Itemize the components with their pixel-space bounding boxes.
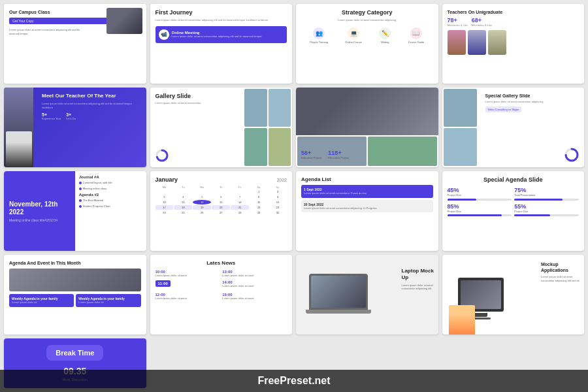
calendar-header: January 2022 xyxy=(155,176,287,183)
mockup-content: Mockup Applications Lorem ipsum dolor si… xyxy=(541,261,580,282)
gallery-grid xyxy=(243,88,292,167)
strategy-subtitle: Lorem ipsum dolor sit amet consectetur a… xyxy=(301,18,433,22)
teacher-subtitle: Lorem ipsum dolor sit amet consectetur a… xyxy=(42,102,141,110)
teacher-stat-1: 5+ Experience Year xyxy=(42,112,61,120)
avatar-2 xyxy=(468,30,486,55)
slide-teachers: Teachers On Unigraduate 78+ Mechanics & … xyxy=(442,4,585,84)
people-training-label: People Training xyxy=(310,41,328,44)
special-gallery-tag: Video Consulting on Skype xyxy=(485,106,522,112)
agenda-2-title: Agenda #2 xyxy=(79,193,142,197)
stat-1: 78+ Mechanics & Like xyxy=(448,17,468,27)
agenda-bar-3 xyxy=(448,214,512,216)
agenda-stat-4: 55% Project One xyxy=(514,203,579,217)
teacher-stat1-label: Experience Year xyxy=(42,117,61,120)
journal-item-text-2: Meeting online class xyxy=(83,187,106,191)
slide-laptop-mockup: Laptop Mock Up Lorem ipsum dolor sit ame… xyxy=(296,255,438,335)
icon-people-training: 👥 People Training xyxy=(310,27,328,44)
calendar-year: 2022 xyxy=(276,178,287,182)
icon-online-course: 💻 Online Course xyxy=(345,27,362,44)
agenda-stat-1: 45% Project One xyxy=(448,187,512,201)
icon-writing: ✏️ Writing xyxy=(379,27,391,44)
agenda-stat3-label: Project One xyxy=(448,210,512,214)
journal-date: November, 12th 2022 xyxy=(9,201,70,216)
main-photo xyxy=(296,88,438,135)
photo-stat-2: 118+ Education Project xyxy=(328,150,348,159)
agenda-items: The Best Material Student Progress Chart xyxy=(79,199,142,208)
stat2-label: Education Project xyxy=(328,156,348,159)
avatar-3 xyxy=(488,30,506,55)
news-item-1100: 11:00 Lorem ipsum dolor sit amet xyxy=(155,280,220,291)
journey-card-text: Online Meeting Lorem ipsum dolor sit ame… xyxy=(172,31,262,39)
person-at-monitor xyxy=(449,305,475,335)
news-item-1000: 10:00 Lorem ipsum dolor sit amet xyxy=(155,270,220,278)
slide-journal: November, 12th 2022 Meeting online class… xyxy=(4,171,146,251)
course-guide-label: Course Guide xyxy=(408,41,425,44)
agenda-stat4-pct: 55% xyxy=(514,203,579,210)
people-training-icon: 👥 xyxy=(313,27,325,39)
special-agenda-title: Special Agenda Slide xyxy=(448,176,580,183)
calendar-days-header: Mo Tu We Th Fr Sa Su xyxy=(155,186,287,189)
journal-date-sub: Meeting online class title#201234 xyxy=(9,218,70,222)
slide-special-agenda: Special Agenda Slide 45% Project One 75%… xyxy=(442,171,585,251)
agenda-event-title: Agenda And Event In This Month xyxy=(9,260,141,266)
laptop-subtitle: Lorem ipsum dolor sit amet consectetur a… xyxy=(402,284,434,291)
agenda-bar-2 xyxy=(514,199,579,201)
agenda-stat1-pct: 45% xyxy=(448,187,512,193)
laptop-title: Laptop Mock Up xyxy=(402,268,434,282)
journey-title: First Journey xyxy=(155,9,287,16)
news-item-1300: 13:00 Lorem ipsum dolor sit amet xyxy=(222,270,287,278)
laptop-content: Laptop Mock Up Lorem ipsum dolor sit ame… xyxy=(402,268,434,291)
news-grid: 10:00 Lorem ipsum dolor sit amet 13:00 L… xyxy=(155,270,287,301)
agenda-event-card-1: Weekly Agenda in your family Lorem ipsum… xyxy=(9,294,74,307)
calendar-month: January xyxy=(155,176,178,183)
special-gallery-img-2 xyxy=(444,128,477,166)
journal-item-2: Meeting online class xyxy=(79,187,142,191)
slide-mockup-apps: Mockup Applications Lorem ipsum dolor si… xyxy=(442,255,585,335)
slide-teacher-year: Meet Our Teacher Of The Year Lorem ipsum… xyxy=(4,88,146,167)
teacher-avatars xyxy=(448,30,580,55)
journey-card: 📹 Online Meeting Lorem ipsum dolor sit a… xyxy=(155,26,287,43)
agenda-bar-4 xyxy=(514,214,579,216)
agenda-event-cards: Weekly Agenda in your family Lorem ipsum… xyxy=(9,294,141,307)
agenda-bar-1 xyxy=(448,199,512,201)
teacher-stat-2: 3+ Let's Go xyxy=(66,112,76,120)
stat2-num: 118+ xyxy=(328,150,348,156)
slide-calendar: January 2022 Mo Tu We Th Fr Sa Su 1 2 3 … xyxy=(150,171,293,251)
slide-agenda-event: Agenda And Event In This Month Weekly Ag… xyxy=(4,255,146,335)
slide-special-gallery: Special Gallery Slide Lorem ipsum dolor … xyxy=(442,88,585,167)
laptop-body xyxy=(309,274,368,316)
agenda-item2-body: Lorem ipsum dolor sit amet consectetur a… xyxy=(304,206,431,210)
journal-dot-2 xyxy=(79,188,82,190)
agenda-stat-2: 75% Total Presentation xyxy=(514,187,579,201)
agenda-item1-body: Lorem ipsum dolor sit amet consectetur. … xyxy=(304,191,431,195)
slide-strategy: Strategy Category Lorem ipsum dolor sit … xyxy=(296,4,438,84)
progress-circle xyxy=(155,149,169,162)
agenda-item-text-2: Student Progress Chart xyxy=(83,204,110,208)
stat1-label: Mechanics & Like xyxy=(448,24,468,27)
journey-subtitle: Lorem ipsum dolor sit amet consectetur a… xyxy=(155,18,287,22)
stat-2: 68+ Mechanics & Like xyxy=(472,17,492,27)
watermark: FreePreset.net xyxy=(0,370,588,392)
stats-overlay: 56+ Education Project 118+ Education Pro… xyxy=(301,150,349,159)
special-gallery-img-1 xyxy=(444,89,477,127)
teacher-stats-row: 5+ Experience Year 3+ Let's Go xyxy=(42,112,141,120)
monitor-stand xyxy=(474,313,487,317)
mockup-title: Mockup Applications xyxy=(541,261,580,273)
gallery-img-4 xyxy=(269,128,291,166)
calendar-week-4: 17 18 19 20 21 22 23 xyxy=(155,205,287,210)
agenda-list-title: Agenda List xyxy=(301,176,433,182)
gallery-img-2 xyxy=(269,89,291,127)
journal-a-title: Journal #A xyxy=(79,175,142,179)
card-sub: Lorem ipsum dolor sit amet consectetur a… xyxy=(172,35,262,39)
photo-stat-1: 56+ Education Project xyxy=(301,150,321,159)
slide-first-journey: First Journey Lorem ipsum dolor sit amet… xyxy=(150,4,293,84)
news-item-1200: 12:00 Lorem ipsum dolor sit amet xyxy=(155,293,220,301)
teacher-photo xyxy=(4,88,33,167)
online-course-icon: 💻 xyxy=(348,27,359,39)
news-text-3: Lorem ipsum dolor sit amet xyxy=(155,297,220,301)
teacher-stat2-label: Let's Go xyxy=(66,117,76,120)
agenda-card1-sub: Lorem ipsum dolor sit xyxy=(12,301,71,304)
slide-agenda-list: Agenda List 1 Sept 2022 Lorem ipsum dolo… xyxy=(296,171,438,251)
teacher-person-img xyxy=(6,131,32,167)
agenda-stat2-label: Total Presentation xyxy=(514,193,579,197)
